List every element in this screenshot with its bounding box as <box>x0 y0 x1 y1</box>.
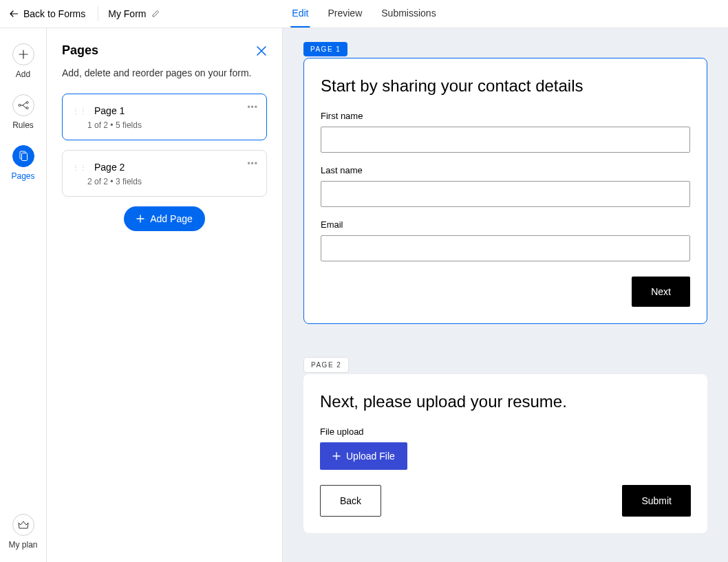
panel-title: Pages <box>62 43 98 58</box>
svg-rect-4 <box>21 153 27 161</box>
upload-file-button[interactable]: Upload File <box>320 442 407 470</box>
rail-rules-label: Rules <box>12 120 34 130</box>
back-label: Back to Forms <box>23 8 85 19</box>
plus-icon <box>332 452 341 460</box>
field-last-name[interactable]: Last name <box>321 165 690 207</box>
header-tabs: Edit Preview Submissions <box>290 0 437 28</box>
upload-file-label: Upload File <box>346 451 395 462</box>
tab-preview[interactable]: Preview <box>326 0 363 28</box>
next-button[interactable]: Next <box>632 277 690 307</box>
svg-point-0 <box>19 105 21 107</box>
pages-icon <box>12 145 34 167</box>
arrow-left-icon <box>10 10 18 17</box>
last-name-label: Last name <box>321 165 690 175</box>
pencil-icon <box>151 10 160 18</box>
plus-icon <box>136 215 144 223</box>
form-title-group[interactable]: My Form <box>108 8 160 19</box>
panel-description: Add, delete and reorder pages on your fo… <box>62 67 267 78</box>
svg-point-2 <box>26 107 28 109</box>
rail-my-plan[interactable]: My plan <box>8 514 37 550</box>
rail-pages[interactable]: Pages <box>11 145 34 181</box>
back-button[interactable]: Back <box>320 485 381 517</box>
form-page-1[interactable]: Start by sharing your contact details Fi… <box>303 58 707 324</box>
first-name-label: First name <box>321 111 690 121</box>
rail-rules[interactable]: Rules <box>12 94 34 130</box>
page-tag-2: Page 2 <box>303 357 349 373</box>
page-tag-1: Page 1 <box>303 42 347 56</box>
page-card-1[interactable]: ⋮⋮ Page 1 1 of 2 • 5 fields ••• <box>62 94 267 140</box>
form-title: My Form <box>108 8 146 19</box>
field-first-name[interactable]: First name <box>321 111 690 153</box>
rail-add-label: Add <box>16 69 30 79</box>
page-card-meta: 2 of 2 • 3 fields <box>87 177 257 186</box>
divider <box>98 6 98 21</box>
page2-heading: Next, please upload your resume. <box>320 392 691 411</box>
rail-myplan-label: My plan <box>8 540 37 550</box>
page1-heading: Start by sharing your contact details <box>321 76 690 96</box>
drag-handle-icon[interactable]: ⋮⋮ <box>72 166 87 169</box>
email-label: Email <box>321 219 690 230</box>
back-to-forms[interactable]: Back to Forms <box>0 8 85 19</box>
file-upload-label: File upload <box>320 426 691 437</box>
drag-handle-icon[interactable]: ⋮⋮ <box>72 109 87 113</box>
pages-panel: Pages Add, delete and reorder pages on y… <box>47 28 283 562</box>
more-icon[interactable]: ••• <box>247 159 258 169</box>
page-card-meta: 1 of 2 • 5 fields <box>87 120 257 130</box>
close-icon[interactable] <box>256 45 267 56</box>
field-email[interactable]: Email <box>321 219 690 261</box>
form-page-2[interactable]: Next, please upload your resume. File up… <box>303 374 707 533</box>
tab-submissions[interactable]: Submissions <box>380 0 437 28</box>
page-card-name: Page 2 <box>94 162 125 173</box>
first-name-input[interactable] <box>321 127 690 153</box>
page-card-name: Page 1 <box>94 105 125 116</box>
page-card-2[interactable]: ⋮⋮ Page 2 2 of 2 • 3 fields ••• <box>62 150 267 197</box>
email-input[interactable] <box>321 235 690 261</box>
tab-edit[interactable]: Edit <box>290 0 310 28</box>
rail-add[interactable]: Add <box>12 43 34 79</box>
top-bar: Back to Forms My Form Edit Preview Submi… <box>0 0 728 28</box>
svg-point-1 <box>26 102 28 104</box>
rail-pages-label: Pages <box>11 171 34 181</box>
plus-icon <box>12 43 34 65</box>
crown-icon <box>12 514 34 536</box>
form-canvas: Page 1 Start by sharing your contact det… <box>283 28 728 562</box>
branch-icon <box>12 94 34 116</box>
last-name-input[interactable] <box>321 181 690 207</box>
more-icon[interactable]: ••• <box>247 102 258 112</box>
field-file-upload[interactable]: File upload Upload File <box>320 426 691 470</box>
submit-button[interactable]: Submit <box>622 485 691 517</box>
add-page-button[interactable]: Add Page <box>124 206 205 231</box>
side-rail: Add Rules Pages My plan <box>0 28 47 562</box>
add-page-label: Add Page <box>150 213 193 224</box>
